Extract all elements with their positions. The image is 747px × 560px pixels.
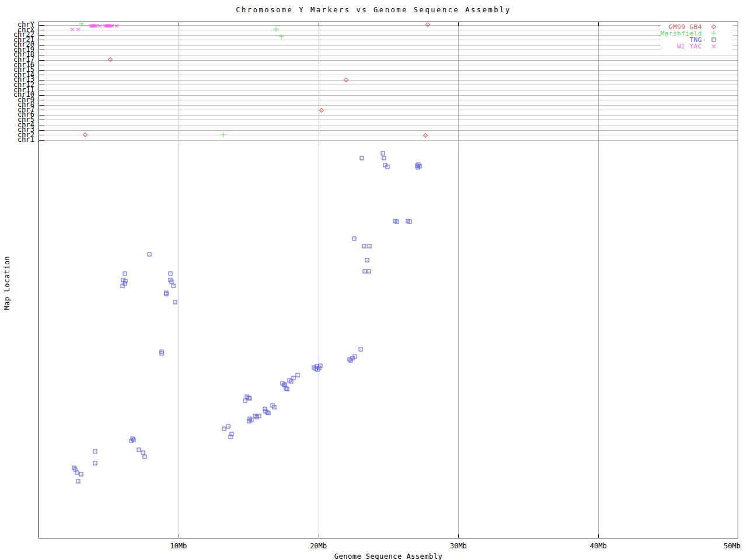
marker-tng [123,272,127,276]
x-tick-top [319,22,319,26]
marker-tng [142,455,146,459]
y-tick-chr1 [39,140,44,141]
y-tick-chr11 [39,90,44,90]
x-tick-label: 20Mb [310,542,327,550]
marker-gm99-gb4 [83,132,88,137]
marker-wi-yac [75,26,81,33]
marker-tng [267,411,271,415]
row-gridline-chr2 [39,135,738,135]
marker-tng [285,387,289,391]
marker-tng [382,156,386,160]
marker-tng [318,363,322,368]
marker-tng [367,270,371,274]
marker-marshfield [221,132,226,138]
x-tick-bottom [179,534,179,538]
x-tick-label: 30Mb [450,542,467,550]
diamond-icon [711,24,716,29]
y-tick-chr13 [39,80,44,80]
row-gridline-chrY [39,25,738,26]
x-tick-bottom [458,534,459,538]
marker-tng [283,382,287,386]
marker-tng [222,427,226,431]
row-gridline-chr7 [39,110,738,110]
row-gridline-chr10 [39,95,738,96]
row-gridline-chr13 [39,80,738,80]
marker-tng [362,244,366,249]
marker-marshfield [274,27,279,32]
y-tick-chrY [39,25,44,26]
marker-tng [358,347,362,351]
row-gridline-chr6 [39,115,738,116]
marker-tng [417,164,421,169]
marker-tng [348,358,352,362]
row-gridline-chr8 [39,105,738,106]
marker-tng [164,292,168,296]
marker-tng [247,396,252,400]
y-tick-chrX [39,30,44,30]
marker-tng [76,480,80,484]
marker-tng [367,244,371,249]
y-tick-chr6 [39,115,44,116]
marker-tng [352,237,357,241]
legend: GM99 GB4MarshfieldTNGWI YAC [661,23,732,51]
legend-row-wi-yac: WI YAC [661,43,732,50]
marker-tng [315,364,319,368]
legend-marker-cell [709,30,718,37]
row-gridline-chr16 [39,65,738,65]
square-icon [712,38,716,42]
x-tick-bottom [319,534,319,538]
marker-tng [362,270,366,274]
row-gridline-chr17 [39,60,738,61]
x-tick-label: 50Mb [724,542,741,550]
plot-area: GM99 GB4MarshfieldTNGWI YAC [39,22,738,538]
x-tick-label: 40Mb [590,542,607,550]
y-tick-chr15 [39,70,44,71]
marker-tng [160,351,164,355]
row-gridline-chr9 [39,100,738,100]
marker-tng [257,414,261,418]
marker-tng [359,156,364,160]
marker-tng [137,448,141,452]
marker-tng [147,253,151,257]
marker-gm99-gb4 [344,78,348,82]
y-tick-chr8 [39,105,44,106]
marker-tng [243,398,247,402]
y-tick-chr17 [39,60,44,61]
marker-tng [407,219,411,223]
marker-marshfield [79,22,84,27]
marker-gm99-gb4 [319,108,324,113]
legend-marker-cell [709,43,718,50]
row-gridline-chr4 [39,125,738,125]
marker-gm99-gb4 [108,57,113,62]
y-tick-chr10 [39,95,44,96]
x-axis-tick-labels: 10Mb20Mb30Mb40Mb50Mb [39,542,738,550]
row-gridline-chr15 [39,70,738,71]
marker-tng [229,435,233,439]
marker-gm99-gb4 [425,22,430,27]
row-gridline-chr12 [39,85,738,85]
marker-tng [173,300,177,304]
marker-wi-yac [113,22,120,29]
x-tick-top [179,22,179,26]
marker-tng [247,419,252,424]
row-gridline-chr11 [39,90,738,90]
y-tick-chr16 [39,65,44,65]
y-axis-tick-labels: chrYchrXchr22chr21chr20chr19chr18chr17ch… [0,22,36,538]
x-axis-title: Genome Sequence Assembly [39,552,738,560]
marker-tng [169,272,173,276]
row-gridline-chr5 [39,120,738,120]
x-icon [710,43,717,49]
row-gridline-chr22 [39,35,738,36]
row-gridline-chr20 [39,45,738,46]
legend-label: WI YAC [677,43,702,50]
y-tick-chr3 [39,130,44,131]
marker-tng [141,451,145,455]
marker-tng [272,405,276,409]
y-tick-chr21 [39,40,44,40]
marker-tng [93,450,97,454]
x-tick-top [458,22,459,26]
marker-tng [79,473,83,477]
x-tick-bottom [598,534,599,538]
row-gridline-chr3 [39,130,738,131]
y-tick-chr4 [39,125,44,125]
